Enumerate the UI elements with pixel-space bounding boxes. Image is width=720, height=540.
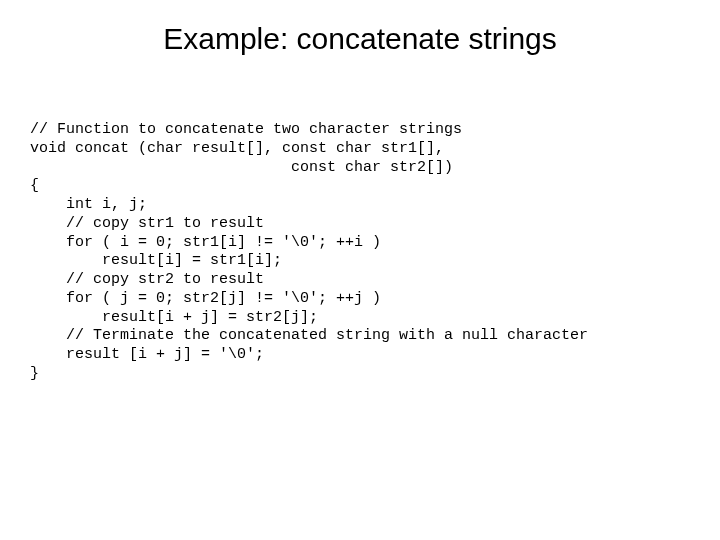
slide-title: Example: concatenate strings xyxy=(0,0,720,66)
code-block: // Function to concatenate two character… xyxy=(0,66,720,384)
slide: Example: concatenate strings // Function… xyxy=(0,0,720,540)
